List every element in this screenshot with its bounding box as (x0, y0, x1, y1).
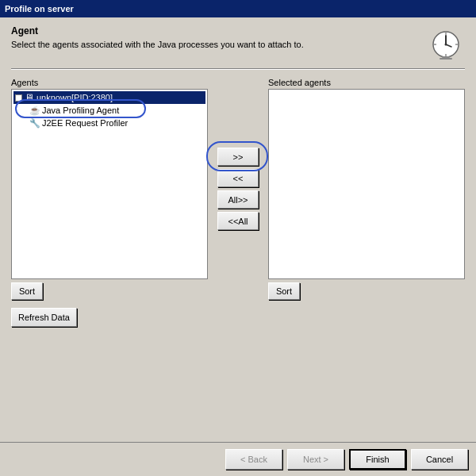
back-button[interactable]: << (217, 169, 259, 187)
selected-panel: Selected agents Sort (268, 78, 465, 300)
header-icon (427, 25, 465, 63)
panels-row: Agents - 🖥 unknown[PID:2380] ☕ Java P (11, 78, 465, 300)
all-forward-button[interactable]: All>> (217, 190, 259, 209)
refresh-data-button[interactable]: Refresh Data (11, 308, 77, 327)
selected-sort-row: Sort (268, 282, 465, 300)
clock-icon (429, 28, 463, 61)
tree-item-java-agent[interactable]: ☕ Java Profiling Agent (13, 104, 205, 117)
back-nav-button[interactable]: < Back (225, 449, 282, 470)
section-title: Agent (11, 25, 427, 36)
all-back-button[interactable]: <<All (217, 212, 259, 230)
window-title: Profile on server (5, 4, 74, 13)
svg-rect-9 (440, 58, 452, 60)
computer-icon: 🖥 (24, 92, 35, 103)
selected-sort-button[interactable]: Sort (268, 282, 300, 300)
content-area: Agent Select the agents associated with … (0, 17, 476, 442)
tree-item-root[interactable]: - 🖥 unknown[PID:2380] (13, 91, 205, 104)
agents-label: Agents (11, 78, 208, 87)
header-text: Agent Select the agents associated with … (11, 25, 427, 57)
forward-button[interactable]: >> (217, 148, 259, 166)
cancel-button[interactable]: Cancel (411, 449, 468, 470)
header-row: Agent Select the agents associated with … (11, 25, 465, 63)
agents-sort-row: Sort (11, 282, 208, 300)
transfer-buttons: >> << All>> <<All (211, 78, 265, 300)
next-nav-button[interactable]: Next > (287, 449, 344, 470)
forward-button-wrapper: >> (217, 148, 259, 166)
section-divider (11, 68, 465, 70)
agent-icon: ☕ (29, 105, 40, 116)
tree-item-label: unknown[PID:2380] (36, 93, 113, 102)
finish-button[interactable]: Finish (349, 449, 406, 470)
title-bar: Profile on server (0, 0, 476, 17)
bottom-bar: < Back Next > Finish Cancel (0, 442, 476, 476)
agents-panel: Agents - 🖥 unknown[PID:2380] ☕ Java P (11, 78, 208, 300)
svg-rect-8 (442, 56, 450, 58)
tree-item-j2ee-agent[interactable]: 🔧 J2EE Request Profiler (13, 117, 205, 129)
agents-listbox[interactable]: - 🖥 unknown[PID:2380] ☕ Java Profiling A… (11, 89, 208, 279)
j2ee-icon: 🔧 (29, 117, 40, 129)
refresh-row: Refresh Data (11, 308, 465, 327)
selected-agents-label: Selected agents (268, 78, 465, 87)
tree-item-label: J2EE Request Profiler (42, 118, 128, 128)
expand-icon[interactable]: - (15, 94, 22, 102)
agents-sort-button[interactable]: Sort (11, 282, 43, 300)
section-description: Select the agents associated with the Ja… (11, 40, 427, 49)
main-window: Profile on server Agent Select the agent… (0, 0, 476, 476)
selected-agents-listbox[interactable] (268, 89, 465, 279)
tree-item-label: Java Profiling Agent (42, 106, 119, 115)
